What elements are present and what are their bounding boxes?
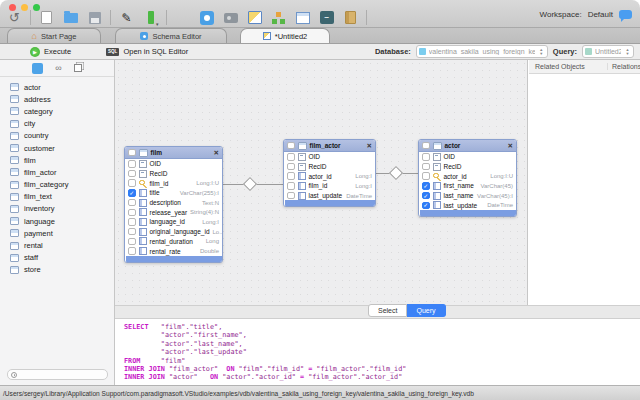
database-select[interactable]: valentina_sakila_using_foreign_key ▲▼ bbox=[416, 45, 548, 58]
field-row[interactable]: RecID bbox=[284, 162, 375, 172]
home-icon[interactable] bbox=[174, 9, 191, 26]
diagram-icon[interactable] bbox=[246, 9, 263, 26]
server-admin-icon[interactable] bbox=[222, 9, 239, 26]
links-view-icon[interactable]: ∞ bbox=[55, 64, 61, 73]
new-file-icon[interactable] bbox=[38, 9, 55, 26]
field-checkbox[interactable] bbox=[128, 189, 136, 197]
field-row[interactable]: original_language_idLo... bbox=[125, 227, 222, 237]
field-row[interactable]: last_updateDateTime bbox=[419, 200, 516, 210]
query-select[interactable]: Untitled2 ▲▼ bbox=[582, 45, 634, 58]
sidebar-item-language[interactable]: language bbox=[0, 215, 114, 227]
field-checkbox[interactable] bbox=[128, 179, 136, 187]
sidebar-filter-input[interactable] bbox=[7, 369, 108, 380]
diagram-table-film_actor[interactable]: film_actor✕OIDRecIDactor_idLong:Ifilm_id… bbox=[283, 139, 376, 207]
feedback-chat-icon[interactable] bbox=[619, 10, 632, 19]
related-objects-column[interactable]: Related Objects bbox=[529, 63, 608, 70]
sidebar-item-country[interactable]: country bbox=[0, 130, 114, 142]
tab-schema-editor[interactable]: Schema Editor bbox=[115, 28, 227, 43]
field-checkbox[interactable] bbox=[128, 199, 136, 207]
relationship-diamond-icon[interactable] bbox=[389, 166, 403, 180]
pen-icon[interactable]: ✎ bbox=[118, 9, 135, 26]
field-row[interactable]: last_nameVarChar(45):I bbox=[419, 191, 516, 201]
field-checkbox[interactable] bbox=[128, 218, 136, 226]
field-checkbox[interactable] bbox=[128, 160, 136, 168]
open-folder-icon[interactable] bbox=[62, 9, 79, 26]
table-checkbox[interactable] bbox=[422, 142, 430, 150]
diagram-table-film[interactable]: film✕OIDRecIDfilm_idLong:I:UtitleVarChar… bbox=[124, 146, 223, 263]
field-row[interactable]: RecID bbox=[125, 169, 222, 179]
close-icon[interactable]: ✕ bbox=[367, 143, 372, 149]
table-collapse-bar[interactable] bbox=[125, 256, 222, 262]
open-in-sql-editor-button[interactable]: SQL Open in SQL Editor bbox=[106, 47, 188, 56]
field-checkbox[interactable] bbox=[422, 163, 430, 171]
field-checkbox[interactable] bbox=[422, 192, 430, 200]
field-row[interactable]: descriptionText:N bbox=[125, 198, 222, 208]
sidebar-item-actor[interactable]: actor bbox=[0, 81, 114, 93]
workspace-value[interactable]: Default bbox=[588, 10, 613, 19]
field-checkbox[interactable] bbox=[422, 172, 430, 180]
field-checkbox[interactable] bbox=[128, 228, 136, 236]
table-header[interactable]: film_actor✕ bbox=[284, 140, 375, 152]
field-checkbox[interactable] bbox=[128, 247, 136, 255]
sidebar-item-customer[interactable]: customer bbox=[0, 142, 114, 154]
close-icon[interactable]: ✕ bbox=[508, 143, 513, 149]
table-header[interactable]: film✕ bbox=[125, 147, 222, 159]
field-checkbox[interactable] bbox=[128, 238, 136, 246]
log-icon[interactable] bbox=[342, 9, 359, 26]
field-row[interactable]: rental_rateDouble bbox=[125, 246, 222, 256]
sidebar-item-film_actor[interactable]: film_actor bbox=[0, 166, 114, 178]
field-row[interactable]: OID bbox=[125, 159, 222, 169]
sql-console-icon[interactable]: ~ bbox=[318, 9, 335, 26]
undo-icon[interactable]: ↺ bbox=[6, 9, 23, 26]
table-checkbox[interactable] bbox=[128, 149, 136, 157]
splitter-bar[interactable]: SelectQuery bbox=[115, 305, 640, 319]
sidebar-item-address[interactable]: address bbox=[0, 93, 114, 105]
field-checkbox[interactable] bbox=[287, 163, 295, 171]
table-window-icon[interactable] bbox=[294, 9, 311, 26]
field-row[interactable]: OID bbox=[419, 152, 516, 162]
tab-query[interactable]: Query bbox=[407, 304, 445, 317]
field-row[interactable]: film_idLong:I:U bbox=[125, 178, 222, 188]
field-checkbox[interactable] bbox=[287, 153, 295, 161]
save-icon[interactable] bbox=[86, 9, 103, 26]
table-header[interactable]: actor✕ bbox=[419, 140, 516, 152]
field-checkbox[interactable] bbox=[422, 182, 430, 190]
sidebar-item-store[interactable]: store bbox=[0, 264, 114, 276]
table-collapse-bar[interactable] bbox=[284, 200, 375, 206]
execute-button[interactable]: ▶ Execute bbox=[30, 47, 71, 57]
sidebar-item-payment[interactable]: payment bbox=[0, 227, 114, 239]
close-icon[interactable]: ✕ bbox=[214, 150, 219, 156]
field-row[interactable]: release_yearString(4):N bbox=[125, 207, 222, 217]
sidebar-item-film[interactable]: film bbox=[0, 154, 114, 166]
field-row[interactable]: OID bbox=[284, 152, 375, 162]
field-row[interactable]: titleVarChar(255):I bbox=[125, 188, 222, 198]
tab--untitled2[interactable]: *Untitled2 bbox=[240, 28, 330, 43]
sidebar-item-inventory[interactable]: inventory bbox=[0, 203, 114, 215]
tab-select[interactable]: Select bbox=[368, 304, 407, 317]
sidebar-item-film_category[interactable]: film_category bbox=[0, 179, 114, 191]
relationship-column[interactable]: Relationship bbox=[608, 63, 640, 70]
orgchart-icon[interactable] bbox=[270, 9, 287, 26]
table-checkbox[interactable] bbox=[287, 142, 295, 150]
field-row[interactable]: first_nameVarChar(45) bbox=[419, 181, 516, 191]
tables-view-icon[interactable] bbox=[32, 63, 43, 74]
field-checkbox[interactable] bbox=[287, 182, 295, 190]
tab-start-page[interactable]: ⌂Start Page bbox=[7, 28, 101, 43]
field-row[interactable]: film_idLong:I bbox=[284, 181, 375, 191]
sidebar-item-rental[interactable]: rental bbox=[0, 239, 114, 251]
diagram-canvas[interactable]: film✕OIDRecIDfilm_idLong:I:UtitleVarChar… bbox=[115, 60, 528, 305]
field-checkbox[interactable] bbox=[128, 209, 136, 217]
sidebar-item-category[interactable]: category bbox=[0, 105, 114, 117]
sidebar-item-city[interactable]: city bbox=[0, 118, 114, 130]
field-row[interactable]: actor_idLong:I bbox=[284, 171, 375, 181]
schema-editor-icon[interactable] bbox=[198, 9, 215, 26]
field-checkbox[interactable] bbox=[128, 170, 136, 178]
field-row[interactable]: RecID bbox=[419, 162, 516, 172]
table-collapse-bar[interactable] bbox=[419, 210, 516, 216]
field-row[interactable]: rental_durationLong bbox=[125, 237, 222, 247]
snippet-icon[interactable] bbox=[142, 9, 159, 26]
field-checkbox[interactable] bbox=[422, 153, 430, 161]
copy-view-icon[interactable] bbox=[74, 64, 82, 72]
diagram-table-actor[interactable]: actor✕OIDRecIDactor_idLong:I:Ufirst_name… bbox=[418, 139, 517, 217]
field-checkbox[interactable] bbox=[422, 202, 430, 210]
